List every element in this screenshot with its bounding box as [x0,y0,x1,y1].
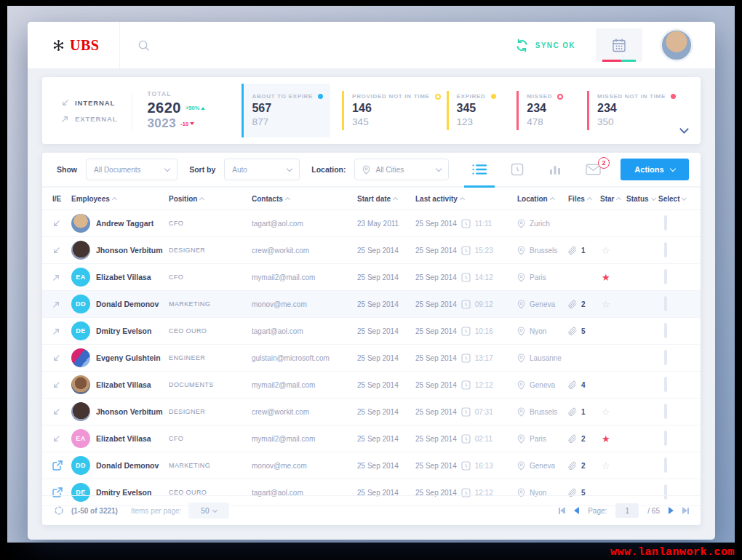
star-outline-icon[interactable]: ☆ [602,245,610,256]
files-cell[interactable]: 2 [568,300,600,309]
table-row[interactable]: DDDonald DemonovMARKETINGmonov@me.com25 … [42,291,701,318]
employee-name[interactable]: Donald Demonov [96,461,169,470]
employee-name[interactable]: Donald Demonov [96,300,169,308]
first-page-button[interactable] [559,507,565,514]
table-row[interactable]: Andrew TaggartCFOtagart@aol.com23 May 20… [42,210,701,237]
star-outline-icon[interactable]: ☆ [602,299,610,310]
mail-view-button[interactable]: 2 [574,153,612,186]
last-page-button[interactable] [682,507,689,514]
next-page-button[interactable] [669,507,674,514]
select-cell[interactable] [658,217,690,230]
user-avatar[interactable] [660,28,693,62]
employee-name[interactable]: Jhonson Verbitum [96,246,169,255]
select-cell[interactable] [658,244,690,257]
star-cell[interactable]: ☆ [600,459,626,472]
col-header-location[interactable]: Location [517,195,568,203]
select-cell[interactable] [658,297,690,311]
row-checkbox[interactable] [664,215,667,231]
row-checkbox[interactable] [664,269,667,284]
filter-internal[interactable]: INTERNAL [61,99,117,107]
star-cell[interactable]: ★ [600,432,626,445]
table-row[interactable]: Jhonson VerbitumDESIGNERcrew@workit.com2… [42,237,701,264]
refresh-icon[interactable] [54,505,64,516]
star-cell[interactable]: ☆ [600,297,626,311]
col-header-files[interactable]: Files [568,195,600,203]
files-cell[interactable]: 4 [568,380,600,390]
table-row[interactable]: Jhonson VerbitumDESIGNERcrew@workit.com2… [42,399,701,425]
employee-initials-avatar[interactable]: DD [71,456,90,475]
row-checkbox[interactable] [664,457,667,473]
filter-external[interactable]: EXTERNAL [61,115,117,123]
star-cell[interactable]: ☆ [600,244,626,257]
files-cell[interactable]: 5 [568,327,600,336]
stat-card-about-to-expire[interactable]: ABOUT TO EXPIRE567877 [242,84,330,137]
documents-select[interactable]: All Documents [86,159,177,180]
col-header-start-date[interactable]: Start date [357,195,415,203]
stats-expand-chevron-icon[interactable] [681,124,687,137]
report-view-button[interactable] [498,153,536,186]
col-header-last-activity[interactable]: Last activity [415,195,517,203]
employee-name[interactable]: Evgeny Gulshtein [96,353,169,362]
page-input[interactable]: 1 [615,503,639,518]
employee-photo-avatar[interactable] [71,348,90,367]
employee-name[interactable]: Elizabet Villasa [96,273,169,281]
files-cell[interactable]: 1 [568,407,600,417]
stat-card-provided-not-in-time[interactable]: PROVIDED NOT IN TIME146345 [342,91,440,129]
employee-photo-avatar[interactable] [71,375,90,394]
select-cell[interactable] [658,271,690,284]
employee-name[interactable]: Jhonson Verbitum [96,407,169,416]
employee-initials-avatar[interactable]: DD [71,295,90,313]
chart-view-button[interactable] [536,153,574,186]
table-row[interactable]: Evgeny GulshteinENGINEERgulstain@microso… [42,345,701,372]
table-row[interactable]: DEDmitry EvelsonCEO OUROtagart@aol.com25… [42,318,701,345]
employee-photo-avatar[interactable] [71,214,90,233]
row-checkbox[interactable] [664,404,667,419]
list-view-button[interactable] [460,153,498,186]
files-cell[interactable]: 2 [568,434,600,444]
col-header-position[interactable]: Position [169,195,252,203]
employee-name[interactable]: Elizabet Villasa [96,434,169,443]
search-icon[interactable] [137,39,150,52]
employee-name[interactable]: Andrew Taggart [96,219,169,228]
employee-initials-avatar[interactable]: EA [71,268,90,287]
direction-link-icon[interactable] [52,460,71,471]
row-checkbox[interactable] [664,296,667,311]
select-cell[interactable] [658,432,690,445]
star-outline-icon[interactable]: ☆ [602,407,610,417]
employee-initials-avatar[interactable]: EA [71,429,90,448]
col-header-status[interactable]: Status [626,195,658,203]
actions-button[interactable]: Actions [621,159,689,180]
table-row[interactable]: EAElizabet VillasaCFOmymail2@mail.com25 … [42,425,701,452]
calendar-button[interactable] [596,28,642,62]
prev-page-button[interactable] [574,507,579,514]
employee-name[interactable]: Elizabet Villasa [96,380,169,389]
sort-select[interactable]: Auto [224,159,300,180]
table-row[interactable]: DDDonald DemonovMARKETINGmonov@me.com25 … [42,452,701,479]
employee-photo-avatar[interactable] [71,402,90,421]
employee-initials-avatar[interactable]: DE [71,321,90,340]
col-header-select[interactable]: Select [658,195,690,203]
select-cell[interactable] [658,324,690,337]
row-checkbox[interactable] [664,431,667,446]
location-select[interactable]: All Cities [354,159,449,180]
row-checkbox[interactable] [664,377,667,392]
stat-card-missed[interactable]: MISSED234478 [516,91,581,129]
col-header-star[interactable]: Star [600,195,626,203]
row-checkbox[interactable] [664,242,667,257]
star-cell[interactable]: ★ [600,271,626,284]
star-cell[interactable]: ☆ [600,405,626,418]
row-checkbox[interactable] [664,323,667,338]
table-row[interactable]: EAElizabet VillasaCFOmymail2@mail.com25 … [42,264,701,291]
select-cell[interactable] [658,459,690,472]
items-per-page-select[interactable]: 50 [188,503,229,519]
sync-status-button[interactable]: SYNC OK [515,39,575,52]
row-checkbox[interactable] [664,350,667,365]
col-header-employees[interactable]: Employees [71,195,169,203]
star-filled-icon[interactable]: ★ [602,272,610,283]
select-cell[interactable] [658,405,690,418]
table-row[interactable]: Elizabet VillasaDOCUMENTSmymail2@mail.co… [42,372,701,399]
employee-name[interactable]: Dmitry Evelson [96,327,169,335]
stat-card-missed-not-in-time[interactable]: MISSED NOT IN TIME234350 [587,91,676,129]
files-cell[interactable]: 2 [568,461,600,471]
select-cell[interactable] [658,378,690,391]
